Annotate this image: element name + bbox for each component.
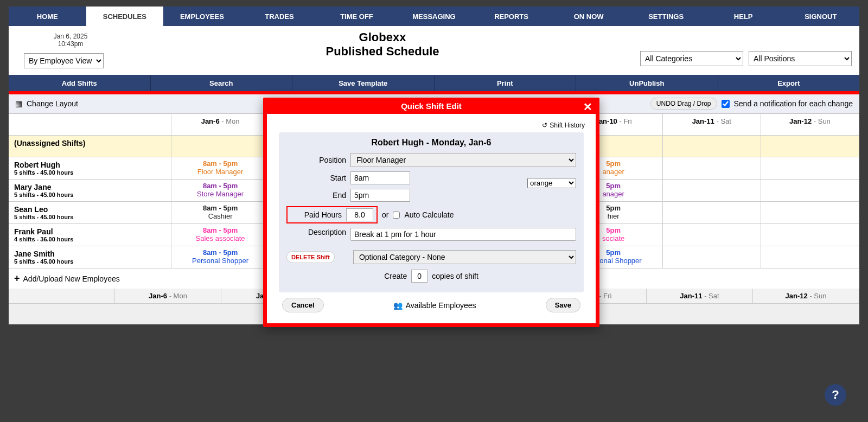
company-name: Globexx <box>125 30 640 44</box>
shift-cell[interactable] <box>761 246 859 268</box>
users-icon: 👥 <box>393 301 403 310</box>
notify-label: Send a notification for each change <box>734 99 853 108</box>
shift-cell[interactable] <box>663 180 761 202</box>
copies-input[interactable] <box>411 270 427 283</box>
shift-cell[interactable] <box>663 224 761 246</box>
notify-checkbox[interactable] <box>722 100 730 108</box>
save-template-button[interactable]: Save Template <box>292 75 435 91</box>
shift-cell[interactable]: 8am - 5pmPersonal Shopper <box>171 246 270 268</box>
paid-hours-label: Paid Hours <box>291 210 342 219</box>
shift-cell[interactable] <box>761 202 859 224</box>
available-employees-link[interactable]: 👥 Available Employees <box>393 301 476 310</box>
shift-cell[interactable] <box>761 224 859 246</box>
auto-calculate-checkbox[interactable] <box>393 212 400 219</box>
position-label: Position <box>286 156 346 164</box>
description-label: Description <box>286 228 346 236</box>
nav-home[interactable]: HOME <box>9 7 86 26</box>
modal-employee-date: Robert Hugh - Monday, Jan-6 <box>286 138 576 148</box>
nav-signout[interactable]: SIGNOUT <box>782 7 859 26</box>
close-icon[interactable]: ✕ <box>583 100 592 113</box>
shift-cell[interactable] <box>663 157 761 180</box>
shift-history-link[interactable]: ↺ Shift History <box>275 119 588 132</box>
export-button[interactable]: Export <box>718 75 860 91</box>
category-select[interactable]: Optional Category - None <box>353 250 576 264</box>
copies-label: copies of shift <box>432 272 478 280</box>
nav-settings[interactable]: SETTINGS <box>627 7 705 26</box>
shift-cell[interactable] <box>761 180 859 202</box>
add-shifts-button[interactable]: Add Shifts <box>9 75 151 91</box>
nav-employees[interactable]: EMPLOYEES <box>163 7 241 26</box>
or-label: or <box>382 210 388 219</box>
shift-cell[interactable]: 8am - 5pmStore Manager <box>171 180 270 202</box>
end-input[interactable] <box>350 189 410 202</box>
history-icon: ↺ <box>542 122 547 129</box>
shift-cell[interactable]: 8am - 5pmSales associate <box>171 224 270 246</box>
start-label: Start <box>286 174 346 182</box>
position-select[interactable]: Floor Manager <box>350 153 576 167</box>
nav-help[interactable]: HELP <box>705 7 782 26</box>
page-title: Published Schedule <box>125 44 640 59</box>
view-select[interactable]: By Employee View <box>24 53 104 68</box>
current-date: Jan 6, 2025 <box>16 33 125 40</box>
create-label: Create <box>384 272 407 280</box>
nav-messaging[interactable]: MESSAGING <box>395 7 473 26</box>
shift-cell[interactable] <box>663 202 761 224</box>
paid-hours-input[interactable] <box>346 208 373 221</box>
undo-drag-button[interactable]: UNDO Drag / Drop <box>650 98 717 110</box>
save-button[interactable]: Save <box>546 298 580 312</box>
quick-shift-edit-dialog: Quick Shift Edit ✕ ↺ Shift History Rober… <box>263 98 599 327</box>
nav-schedules[interactable]: SCHEDULES <box>86 7 164 26</box>
auto-calculate-label: Auto Calculate <box>404 210 454 219</box>
end-label: End <box>286 191 346 200</box>
current-time: 10:43pm <box>16 40 125 48</box>
plus-icon: + <box>14 273 20 284</box>
delete-shift-button[interactable]: DELETE Shift <box>286 251 335 263</box>
search-button[interactable]: Search <box>151 75 293 91</box>
top-navigation: HOME SCHEDULES EMPLOYEES TRADES TIME OFF… <box>9 7 859 26</box>
shift-cell[interactable] <box>663 246 761 268</box>
nav-trades[interactable]: TRADES <box>241 7 318 26</box>
layout-icon: ▦ <box>15 99 22 108</box>
categories-select[interactable]: All Categories <box>640 51 743 66</box>
print-button[interactable]: Print <box>435 75 577 91</box>
positions-select[interactable]: All Positions <box>749 51 852 66</box>
cancel-button[interactable]: Cancel <box>282 298 324 312</box>
nav-timeoff[interactable]: TIME OFF <box>318 7 395 26</box>
shift-cell[interactable]: 8am - 5pmCashier <box>171 202 270 224</box>
nav-onnow[interactable]: ON NOW <box>550 7 628 26</box>
change-layout-link[interactable]: Change Layout <box>27 99 78 108</box>
help-button[interactable]: ? <box>825 384 846 406</box>
start-input[interactable] <box>350 171 410 184</box>
nav-reports[interactable]: REPORTS <box>473 7 550 26</box>
unpublish-button[interactable]: UnPublish <box>576 75 718 91</box>
description-input[interactable] <box>350 228 576 241</box>
modal-title: Quick Shift Edit <box>401 101 462 111</box>
shift-cell[interactable] <box>761 157 859 180</box>
shift-cell[interactable]: 8am - 5pmFloor Manager <box>171 157 270 180</box>
action-bar: Add Shifts Search Save Template Print Un… <box>9 75 859 91</box>
color-select[interactable]: orange <box>527 178 576 188</box>
